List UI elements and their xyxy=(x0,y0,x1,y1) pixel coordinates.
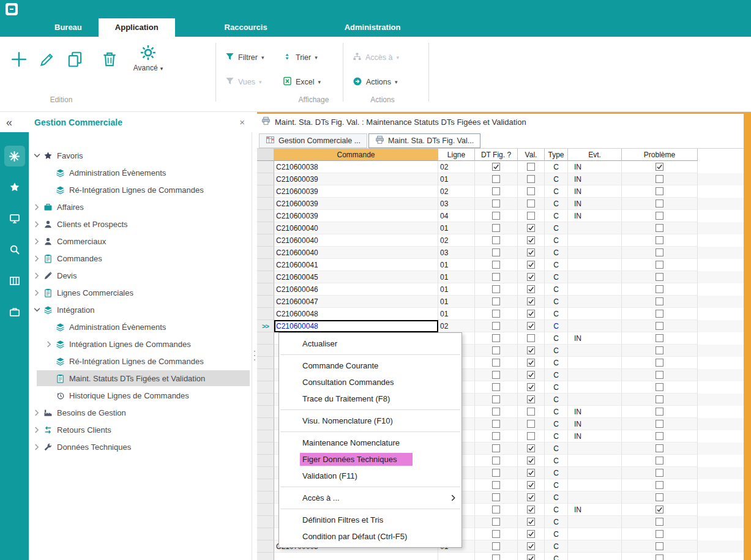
checkbox-probleme[interactable] xyxy=(656,469,663,477)
tree-item-int-gration[interactable]: Intégration xyxy=(29,301,252,318)
row-marker[interactable] xyxy=(257,283,274,296)
column-header-probl-me[interactable]: Problème xyxy=(622,149,698,161)
checkbox-probleme[interactable] xyxy=(656,273,663,281)
sort-button[interactable]: Trier ▾ xyxy=(283,50,318,65)
row-marker[interactable] xyxy=(257,210,274,222)
checkbox-val[interactable] xyxy=(527,261,535,269)
checkbox-val[interactable] xyxy=(527,346,535,354)
checkbox-probleme[interactable] xyxy=(656,481,663,489)
app-tab-raccourcis[interactable]: Raccourcis xyxy=(208,18,284,37)
checkbox-val[interactable] xyxy=(527,469,535,477)
tree-item-donn-es-techniques[interactable]: Données Techniques xyxy=(29,438,252,455)
add-button[interactable] xyxy=(6,47,32,72)
tree-item-administration-v-nements[interactable]: Administration Évènements xyxy=(29,318,252,335)
row-marker[interactable]: >> xyxy=(257,320,274,332)
row-marker[interactable] xyxy=(257,357,274,369)
row-marker[interactable] xyxy=(257,516,274,528)
checkbox-val[interactable] xyxy=(527,334,535,342)
checkbox-probleme[interactable] xyxy=(656,432,663,440)
row-marker[interactable] xyxy=(257,406,274,418)
checkbox-dt-fig[interactable] xyxy=(492,469,500,477)
checkbox-dt-fig[interactable] xyxy=(492,383,500,391)
checkbox-dt-fig[interactable] xyxy=(492,420,500,428)
checkbox-dt-fig[interactable] xyxy=(492,371,500,379)
row-marker[interactable] xyxy=(257,222,274,234)
tree-item-administration-v-nements[interactable]: Administration Évènements xyxy=(29,164,252,181)
grid-row[interactable]: C21060003902CIN xyxy=(257,185,744,198)
checkbox-val[interactable] xyxy=(527,371,535,379)
checkbox-probleme[interactable] xyxy=(656,530,663,538)
row-marker[interactable] xyxy=(257,332,274,345)
row-marker[interactable] xyxy=(257,271,274,283)
row-marker[interactable] xyxy=(257,173,274,185)
row-marker[interactable] xyxy=(257,491,274,504)
favorites-icon[interactable] xyxy=(4,177,25,198)
row-marker[interactable] xyxy=(257,504,274,516)
row-marker[interactable] xyxy=(257,528,274,540)
tree-item-maint-statuts-dts-fig-es-et-validation[interactable]: Maint. Statuts DTs Figées et Validation xyxy=(29,370,252,387)
grid-row[interactable]: C21060004801C xyxy=(257,308,744,320)
grid-row[interactable]: C21060004501C xyxy=(257,271,744,283)
checkbox-val[interactable] xyxy=(527,359,535,367)
column-header-commande[interactable]: Commande xyxy=(274,149,438,161)
checkbox-probleme[interactable] xyxy=(656,297,663,305)
row-marker[interactable] xyxy=(257,185,274,198)
tree-item-historique-lignes-de-commandes[interactable]: Historique Lignes de Commandes xyxy=(29,387,252,404)
checkbox-dt-fig[interactable] xyxy=(492,248,500,256)
grid-row[interactable]: C21060004003C xyxy=(257,247,744,259)
checkbox-probleme[interactable] xyxy=(656,371,663,379)
checkbox-dt-fig[interactable] xyxy=(492,261,500,269)
checkbox-probleme[interactable] xyxy=(656,493,663,501)
checkbox-probleme[interactable] xyxy=(656,457,663,465)
row-marker[interactable] xyxy=(257,345,274,357)
column-header-val[interactable]: Val. xyxy=(518,149,545,161)
edit-button[interactable] xyxy=(34,47,60,72)
collapse-sidebar-button[interactable]: « xyxy=(6,117,12,128)
expander-closed-icon[interactable] xyxy=(32,409,42,416)
checkbox-probleme[interactable] xyxy=(656,383,663,391)
checkbox-dt-fig[interactable] xyxy=(492,212,500,220)
grid-row[interactable]: >>C21060004802C xyxy=(257,320,744,332)
checkbox-probleme[interactable] xyxy=(656,334,663,342)
checkbox-probleme[interactable] xyxy=(656,261,663,269)
row-marker[interactable] xyxy=(257,198,274,210)
checkbox-probleme[interactable] xyxy=(656,542,663,550)
checkbox-dt-fig[interactable] xyxy=(492,236,500,244)
checkbox-dt-fig[interactable] xyxy=(492,554,500,560)
checkbox-val[interactable] xyxy=(527,236,535,244)
tree-item-favoris[interactable]: Favoris xyxy=(29,147,252,164)
checkbox-val[interactable] xyxy=(527,457,535,465)
menu-item-commande-courante[interactable]: Commande Courante xyxy=(279,357,461,374)
checkbox-dt-fig[interactable] xyxy=(492,334,500,342)
column-header-ligne[interactable]: Ligne xyxy=(438,149,475,161)
checkbox-val[interactable] xyxy=(527,518,535,526)
expander-closed-icon[interactable] xyxy=(32,289,42,296)
checkbox-probleme[interactable] xyxy=(656,506,663,513)
checkbox-dt-fig[interactable] xyxy=(492,322,500,330)
views-icon[interactable] xyxy=(4,271,25,291)
checkbox-dt-fig[interactable] xyxy=(492,346,500,354)
checkbox-val[interactable] xyxy=(527,420,535,428)
checkbox-val[interactable] xyxy=(527,175,535,183)
tree-item-clients-et-prospects[interactable]: Clients et Prospects xyxy=(29,215,252,233)
expander-closed-icon[interactable] xyxy=(32,204,42,211)
checkbox-val[interactable] xyxy=(527,506,535,513)
row-marker[interactable] xyxy=(257,418,274,430)
checkbox-dt-fig[interactable] xyxy=(492,518,500,526)
checkbox-probleme[interactable] xyxy=(656,163,663,171)
checkbox-dt-fig[interactable] xyxy=(492,359,500,367)
menu-item-d-finition-filtres-et-tris[interactable]: Définition Filtres et Tris xyxy=(279,512,461,528)
checkbox-val[interactable] xyxy=(527,163,535,171)
checkbox-val[interactable] xyxy=(527,187,535,195)
checkbox-dt-fig[interactable] xyxy=(492,408,500,416)
menu-item-condition-par-d-faut-ctrl-f5[interactable]: Condition par Défaut (Ctrl-F5) xyxy=(279,528,461,545)
checkbox-dt-fig[interactable] xyxy=(492,542,500,550)
splitter[interactable] xyxy=(252,112,257,560)
apps-icon[interactable] xyxy=(4,146,25,166)
app-tab-bureau[interactable]: Bureau xyxy=(38,18,99,37)
checkbox-probleme[interactable] xyxy=(656,444,663,452)
row-marker[interactable] xyxy=(257,430,274,442)
tree-item-int-gration-lignes-de-commandes[interactable]: Intégration Lignes de Commandes xyxy=(29,335,252,353)
checkbox-dt-fig[interactable] xyxy=(492,395,500,403)
checkbox-dt-fig[interactable] xyxy=(492,493,500,501)
